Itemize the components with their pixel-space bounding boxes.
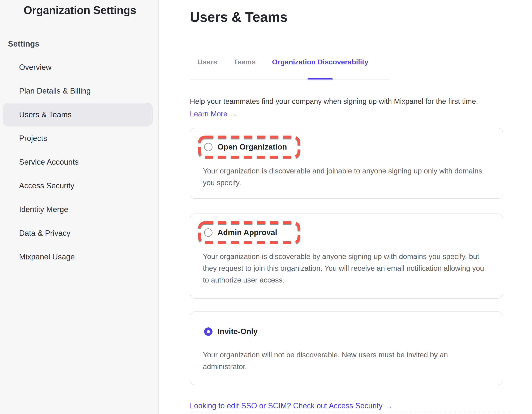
radio-open-organization[interactable] bbox=[204, 143, 212, 151]
option-description: Your organization is discoverable by any… bbox=[203, 251, 490, 286]
sidebar-section-label: Settings bbox=[8, 39, 39, 49]
sidebar-item-identity-merge[interactable]: Identity Merge bbox=[3, 198, 152, 221]
arrow-right-icon: → bbox=[385, 401, 392, 411]
tab-list: UsersTeamsOrganization Discoverability bbox=[190, 57, 532, 66]
option-label: Admin Approval bbox=[218, 228, 277, 237]
intro-text: Help your teammates find your company wh… bbox=[190, 96, 517, 106]
tab-label: Teams bbox=[234, 58, 256, 66]
option-label: Open Organization bbox=[218, 143, 287, 151]
tab-label: Users bbox=[197, 58, 217, 66]
learn-more-label: Learn More bbox=[190, 109, 228, 119]
tab-bar: UsersTeamsOrganization Discoverability bbox=[190, 57, 532, 80]
sidebar-item-overview[interactable]: Overview bbox=[3, 55, 152, 79]
arrow-right-icon: → bbox=[230, 109, 237, 119]
access-security-link[interactable]: Looking to edit SSO or SCIM? Check out A… bbox=[190, 401, 392, 411]
option-description: Your organization will not be discoverab… bbox=[203, 349, 490, 372]
learn-more-link[interactable]: Learn More → bbox=[190, 109, 237, 119]
radio-invite-only[interactable] bbox=[204, 327, 212, 336]
tab-teams[interactable]: Teams bbox=[234, 57, 256, 66]
sidebar-item-data-privacy[interactable]: Data & Privacy bbox=[3, 221, 152, 245]
option-row-open-organization[interactable]: Open Organization bbox=[198, 135, 301, 159]
sidebar-title: Organization Settings bbox=[23, 4, 136, 17]
option-row-invite-only[interactable]: Invite-Only bbox=[198, 320, 301, 343]
sidebar-item-access-security[interactable]: Access Security bbox=[3, 174, 152, 198]
sidebar-nav: OverviewPlan Details & BillingUsers & Te… bbox=[3, 55, 152, 269]
sidebar-item-mixpanel-usage[interactable]: Mixpanel Usage bbox=[3, 245, 152, 269]
option-description: Your organization is discoverable and jo… bbox=[203, 165, 490, 188]
bottom-divider bbox=[190, 412, 509, 412]
option-card-invite-only: Invite-Only Your organization will not b… bbox=[190, 311, 503, 385]
tab-organization-discoverability[interactable]: Organization Discoverability bbox=[272, 57, 368, 66]
tab-label: Organization Discoverability bbox=[272, 58, 368, 66]
option-row-admin-approval[interactable]: Admin Approval bbox=[198, 221, 301, 244]
tab-users[interactable]: Users bbox=[197, 57, 217, 66]
main-content: Users & Teams UsersTeamsOrganization Dis… bbox=[159, 0, 532, 414]
sidebar-item-users-teams[interactable]: Users & Teams bbox=[3, 103, 152, 126]
sidebar-item-service-accounts[interactable]: Service Accounts bbox=[3, 150, 152, 174]
access-security-label: Looking to edit SSO or SCIM? Check out A… bbox=[190, 401, 382, 411]
tab-divider bbox=[190, 79, 389, 80]
sidebar: Organization Settings Settings OverviewP… bbox=[0, 0, 159, 414]
option-label: Invite-Only bbox=[218, 327, 258, 336]
option-card-admin-approval: Admin Approval Your organization is disc… bbox=[190, 214, 503, 299]
sidebar-item-projects[interactable]: Projects bbox=[3, 126, 152, 150]
radio-admin-approval[interactable] bbox=[204, 228, 212, 237]
option-card-open-organization: Open Organization Your organization is d… bbox=[190, 128, 503, 199]
page-title: Users & Teams bbox=[190, 0, 532, 25]
sidebar-item-plan-details-billing[interactable]: Plan Details & Billing bbox=[3, 79, 152, 103]
